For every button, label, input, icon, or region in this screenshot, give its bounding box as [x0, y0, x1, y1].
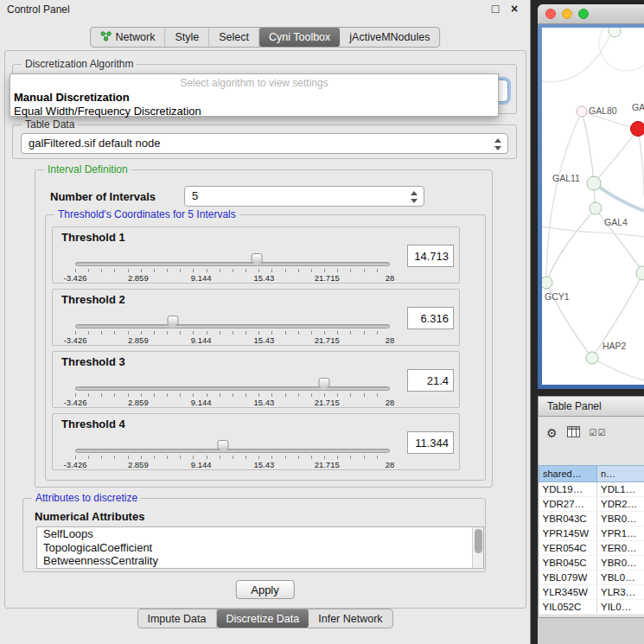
node-label: GAL80	[589, 105, 617, 116]
cell[interactable]: YBL0…	[597, 571, 644, 585]
table-row[interactable]: YER054CYER0…	[539, 541, 644, 556]
network-window-titlebar[interactable]	[538, 4, 644, 24]
slider-ticks	[75, 269, 390, 272]
slider-ticks	[75, 393, 390, 397]
network-node[interactable]	[586, 352, 598, 364]
num-intervals-combobox[interactable]: 5	[184, 186, 424, 207]
threshold-value-field[interactable]	[407, 431, 454, 454]
zoom-traffic-light-icon[interactable]	[578, 9, 589, 19]
list-item[interactable]: BetweennessCentrality	[37, 554, 483, 568]
tab-discretize-data[interactable]: Discretize Data	[217, 609, 309, 628]
cell[interactable]: YER0…	[597, 541, 644, 556]
combo-stepper-icon[interactable]	[409, 190, 420, 204]
tab-select[interactable]: Select	[209, 28, 259, 47]
scale-label: -3.426	[64, 273, 87, 283]
cell[interactable]: YBL079W	[539, 571, 597, 585]
column-header-shared-name[interactable]: shared…	[539, 466, 597, 482]
minimize-traffic-light-icon[interactable]	[562, 9, 572, 19]
cell[interactable]: YPR1…	[597, 526, 644, 541]
slider-track[interactable]	[75, 262, 390, 266]
tab-impute-data[interactable]: Impute Data	[137, 609, 216, 628]
apply-button[interactable]: Apply	[235, 580, 295, 599]
scrollbar-thumb[interactable]	[475, 529, 482, 553]
close-traffic-light-icon[interactable]	[545, 9, 556, 19]
tab-cyni-toolbox[interactable]: Cyni Toolbox	[259, 28, 340, 47]
tab-style[interactable]: Style	[165, 28, 209, 47]
threshold-value-field[interactable]	[407, 307, 454, 329]
table-panel-header[interactable]: Table Panel	[538, 396, 644, 417]
cell[interactable]: YIL0…	[597, 600, 644, 615]
threshold-slider[interactable]: -3.426 2.859 9.144 15.43 21.715 28	[75, 253, 390, 283]
network-node[interactable]	[590, 202, 602, 214]
network-canvas[interactable]: GAL80 GA GAL11 GAL4 GCY1 HAP2	[542, 28, 644, 385]
close-icon[interactable]: ×	[507, 2, 521, 16]
table-row[interactable]: YBL079WYBL0…	[539, 571, 644, 585]
control-panel-titlebar[interactable]: Control Panel □ ×	[0, 0, 530, 19]
cell[interactable]: YDR27…	[539, 497, 597, 512]
scale-label: 2.859	[128, 460, 149, 469]
list-scrollbar[interactable]	[472, 527, 483, 568]
gear-icon[interactable]: ⚙	[546, 427, 558, 439]
threshold-slider[interactable]: -3.426 2.859 9.144 15.43 21.715 28	[75, 378, 390, 407]
table-row[interactable]: YIL052CYIL0…	[539, 600, 644, 615]
table-row[interactable]: YBR043CYBR0…	[539, 512, 644, 526]
select-columns-icon[interactable]: ☑☑	[590, 428, 607, 437]
slider-track[interactable]	[75, 324, 390, 328]
network-edge	[542, 33, 611, 82]
cell[interactable]: YBR0…	[597, 512, 644, 526]
table-row[interactable]: YBR045CYBR0…	[539, 556, 644, 571]
threshold-label: Threshold 4	[61, 418, 125, 430]
slider-track[interactable]	[75, 386, 390, 391]
dropdown-option[interactable]: Manual Discretization	[10, 90, 498, 104]
numerical-attributes-list[interactable]: SelfLoops TopologicalCoefficient Between…	[36, 526, 484, 569]
network-node-selected[interactable]	[631, 122, 644, 137]
attributes-group-title: Attributes to discretize	[32, 492, 141, 504]
table-row[interactable]: YDR27…YDR2…	[539, 497, 644, 512]
tab-jactivemnodules[interactable]: jActiveMNodules	[340, 28, 439, 47]
network-node[interactable]	[609, 28, 621, 37]
cell[interactable]: YLR3…	[597, 585, 644, 600]
threshold-value-field[interactable]	[407, 369, 454, 392]
cell[interactable]: YBR045C	[539, 556, 597, 571]
network-node[interactable]	[542, 277, 552, 289]
slider-handle[interactable]	[252, 253, 263, 263]
table-row[interactable]: YPR145WYPR1…	[539, 526, 644, 541]
cell[interactable]: YDL1…	[597, 482, 644, 497]
cell[interactable]: YBR043C	[539, 512, 597, 526]
cell[interactable]: YLR345W	[539, 585, 597, 600]
list-item[interactable]: SelfLoops	[37, 527, 483, 541]
tab-network[interactable]: Network	[91, 28, 166, 47]
cell[interactable]: YPR145W	[539, 526, 597, 541]
network-node[interactable]	[636, 266, 644, 280]
scale-label: -3.426	[64, 335, 87, 345]
cell[interactable]: YDL19…	[539, 482, 597, 497]
tab-label: Impute Data	[147, 613, 206, 625]
cell[interactable]: YIL052C	[539, 600, 597, 615]
table-data-combobox[interactable]: galFiltered.sif default node	[21, 133, 508, 154]
slider-scale: -3.426 2.859 9.144 15.43 21.715 28	[75, 273, 390, 283]
threshold-slider[interactable]: -3.426 2.859 9.144 15.43 21.715 28	[75, 316, 390, 345]
float-window-icon[interactable]: □	[488, 2, 502, 16]
threshold-value-field[interactable]	[407, 245, 454, 267]
slider-handle[interactable]	[318, 378, 329, 387]
algorithm-dropdown-popup: Select algorithm to view settings Manual…	[10, 73, 499, 117]
slider-handle[interactable]	[218, 440, 229, 450]
table-row[interactable]: YLR345WYLR3…	[539, 585, 644, 600]
columns-icon[interactable]	[567, 425, 580, 441]
column-header-name[interactable]: n…	[597, 466, 644, 482]
cell[interactable]: YBR0…	[597, 556, 644, 571]
threshold-slider[interactable]: -3.426 2.859 9.144 15.43 21.715 28	[75, 440, 390, 469]
cell[interactable]: YDR2…	[597, 497, 644, 512]
tab-infer-network[interactable]: Infer Network	[309, 609, 392, 628]
cell[interactable]: YER054C	[539, 541, 597, 556]
slider-ticks	[75, 456, 390, 459]
list-item[interactable]: TopologicalCoefficient	[37, 541, 483, 555]
combo-stepper-icon[interactable]	[493, 137, 504, 151]
network-node[interactable]	[587, 176, 601, 190]
network-node[interactable]	[577, 106, 587, 117]
slider-track[interactable]	[75, 449, 390, 453]
table-panel-toolbar: ⚙ ☑☑	[539, 417, 644, 443]
dropdown-option[interactable]: Equal Width/Frequency Discretization	[10, 104, 498, 118]
slider-handle[interactable]	[167, 316, 178, 325]
table-row[interactable]: YDL19…YDL1…	[539, 482, 644, 497]
